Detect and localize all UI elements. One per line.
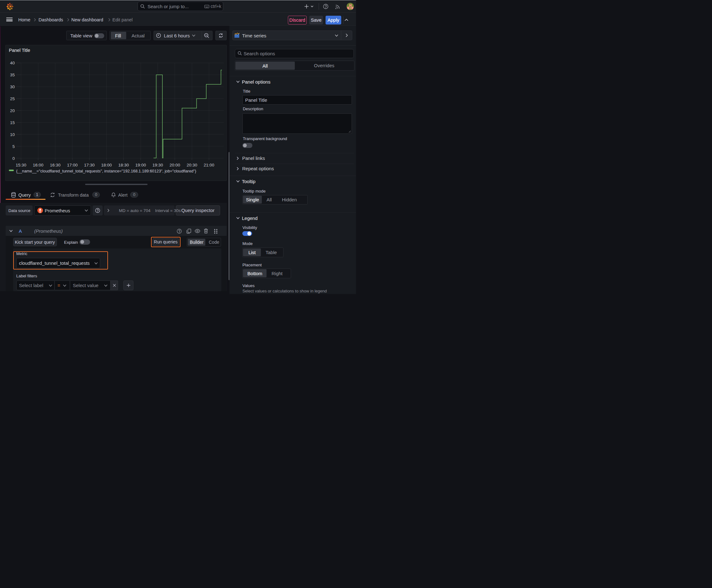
svg-text:{__name__="cloudflared_tunnel_: {__name__="cloudflared_tunnel_total_requ… xyxy=(16,169,196,173)
svg-text:21:00: 21:00 xyxy=(204,163,214,167)
svg-text:18:30: 18:30 xyxy=(118,163,129,167)
svg-text:18:00: 18:00 xyxy=(101,163,112,167)
svg-text:10: 10 xyxy=(10,132,15,137)
svg-text:25: 25 xyxy=(10,97,15,101)
svg-text:17:00: 17:00 xyxy=(67,163,78,167)
svg-text:20:30: 20:30 xyxy=(187,163,197,167)
svg-text:20: 20 xyxy=(10,108,15,113)
svg-text:0: 0 xyxy=(12,156,15,161)
svg-text:15: 15 xyxy=(10,120,15,125)
svg-text:19:30: 19:30 xyxy=(153,163,163,167)
svg-text:17:30: 17:30 xyxy=(84,163,95,167)
svg-text:16:00: 16:00 xyxy=(33,163,44,167)
svg-text:5: 5 xyxy=(12,144,15,149)
svg-text:30: 30 xyxy=(10,84,15,89)
svg-text:16:30: 16:30 xyxy=(50,163,61,167)
svg-text:19:00: 19:00 xyxy=(135,163,146,167)
svg-text:15:30: 15:30 xyxy=(16,163,26,167)
svg-text:40: 40 xyxy=(10,61,15,66)
svg-text:20:00: 20:00 xyxy=(170,163,180,167)
svg-text:35: 35 xyxy=(10,73,15,78)
